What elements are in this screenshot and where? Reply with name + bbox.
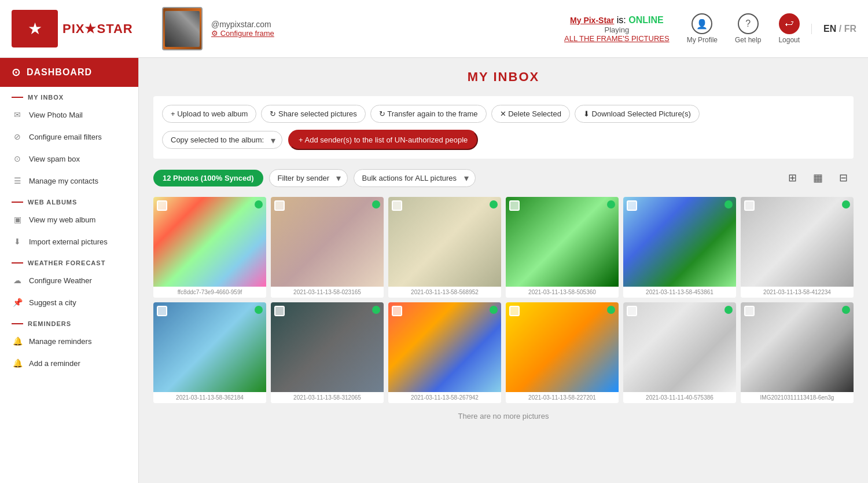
lang-en[interactable]: EN (823, 24, 836, 34)
photo-synced-dot (372, 306, 380, 314)
header-actions: 👤 My Profile ? Get help ⮐ Logout (687, 13, 811, 44)
get-help-label: Get help (735, 36, 761, 44)
photo-synced-dot (490, 200, 498, 208)
photo-label: 2021-03-11-13-58-312065 (271, 392, 384, 403)
photo-label: 2021-03-11-13-58-023165 (271, 287, 384, 298)
add-sender-button[interactable]: + Add sender(s) to the list of UN-author… (288, 130, 478, 150)
photo-checkbox[interactable] (744, 306, 755, 316)
photo-checkbox[interactable] (274, 306, 285, 316)
main-layout: ⊙ DASHBOARD MY INBOX ✉ View Photo Mail ⊘… (0, 58, 868, 483)
sidebar-item-configure-weather[interactable]: ☁ Configure Weather (0, 269, 138, 291)
delete-selected-button[interactable]: ✕ Delete Selected (491, 105, 570, 123)
filter-sender-select-wrapper[interactable]: Filter by sender (269, 169, 348, 187)
toolbar-row-2: Copy selected to the album: + Add sender… (162, 130, 845, 150)
photo-checkbox[interactable] (627, 200, 637, 211)
view-switcher: ⊞ ▦ ⊟ (782, 167, 854, 188)
configure-frame-link[interactable]: Configure frame (211, 29, 274, 38)
logout-button[interactable]: ⮐ Logout (778, 13, 800, 44)
grid-view-button[interactable]: ⊞ (782, 167, 803, 188)
logo-text-group: PIX★STAR (58, 21, 133, 36)
get-help-button[interactable]: ? Get help (735, 13, 761, 44)
more-photos-text: There are no more pictures (153, 412, 854, 420)
weather-icon: ☁ (12, 275, 23, 286)
photo-thumbnail (271, 302, 384, 392)
bulk-actions-select-wrapper[interactable]: Bulk actions for ALL pictures (354, 169, 476, 187)
sidebar-item-view-web-album[interactable]: ▣ View my web album (0, 208, 138, 230)
album-icon: ▣ (12, 214, 23, 225)
photo-checkbox[interactable] (392, 200, 402, 211)
photo-checkbox[interactable] (509, 200, 520, 211)
logo-star-icon: ★ (28, 19, 42, 38)
photo-thumbnail (506, 197, 619, 287)
photo-card[interactable]: 2021-03-11-11-40-575386 (623, 302, 736, 403)
photo-synced-dot (255, 306, 263, 314)
photo-checkbox[interactable] (274, 200, 285, 211)
copy-album-select-wrapper[interactable]: Copy selected to the album: (162, 131, 282, 149)
photo-checkbox[interactable] (157, 306, 167, 316)
view-web-album-label: View my web album (29, 215, 95, 224)
photo-card[interactable]: 2021-03-11-13-58-453861 (623, 197, 736, 298)
photo-label: 2021-03-11-13-58-453861 (623, 287, 736, 298)
photo-card[interactable]: 2021-03-11-13-58-267942 (388, 302, 501, 403)
photo-synced-dot (842, 306, 850, 314)
photo-thumbnail (741, 302, 854, 392)
sidebar-item-add-reminder[interactable]: 🔔 Add a reminder (0, 352, 138, 374)
import-pictures-label: Import external pictures (29, 237, 108, 246)
photo-card[interactable]: 2021-03-11-13-58-227201 (506, 302, 619, 403)
photo-label: 2021-03-11-13-58-505360 (506, 287, 619, 298)
sidebar-item-view-photo-mail[interactable]: ✉ View Photo Mail (0, 104, 138, 126)
header: ★ PIX★STAR @mypixstar.com Configure fram… (0, 0, 868, 58)
frame-playing-label: Playing (564, 25, 670, 34)
photo-card[interactable]: 2021-03-11-13-58-505360 (506, 197, 619, 298)
my-profile-button[interactable]: 👤 My Profile (687, 13, 718, 44)
frame-playing-link[interactable]: ALL THE FRAME'S PICTURES (564, 34, 670, 43)
sidebar-item-import-pictures[interactable]: ⬇ Import external pictures (0, 230, 138, 253)
photo-checkbox[interactable] (157, 200, 167, 211)
photo-thumbnail (506, 302, 619, 392)
sidebar-item-suggest-city[interactable]: 📌 Suggest a city (0, 291, 138, 313)
sidebar-section-my-inbox: MY INBOX ✉ View Photo Mail ⊘ Configure e… (0, 87, 138, 192)
photo-checkbox[interactable] (744, 200, 755, 211)
photo-card[interactable]: IMG20210311113418-6en3g (741, 302, 854, 403)
photo-card[interactable]: 2021-03-11-13-58-312065 (271, 302, 384, 403)
logout-label: Logout (778, 36, 800, 44)
sidebar-item-configure-email-filters[interactable]: ⊘ Configure email filters (0, 126, 138, 148)
sidebar-section-web-albums: WEB ALBUMS ▣ View my web album ⬇ Import … (0, 192, 138, 253)
photo-checkbox[interactable] (509, 306, 520, 316)
lang-fr[interactable]: FR (844, 24, 856, 34)
sidebar-section-title-weather: WEATHER FORECAST (12, 259, 127, 266)
filter-sender-select[interactable]: Filter by sender (269, 169, 348, 187)
sidebar-dashboard[interactable]: ⊙ DASHBOARD (0, 58, 138, 87)
photo-card[interactable]: 2021-03-11-13-58-412234 (741, 197, 854, 298)
main-content: MY INBOX + Upload to web album ↻ Share s… (139, 58, 868, 483)
photo-card[interactable]: 2021-03-11-13-58-023165 (271, 197, 384, 298)
transfer-frame-button[interactable]: ↻ Transfer again to the frame (370, 105, 487, 123)
photo-checkbox[interactable] (392, 306, 402, 316)
sidebar-item-view-spam-box[interactable]: ⊙ View spam box (0, 148, 138, 170)
bulk-actions-select[interactable]: Bulk actions for ALL pictures (354, 169, 476, 187)
frame-status-label[interactable]: My Pix-Star (570, 16, 614, 25)
share-pictures-button[interactable]: ↻ Share selected pictures (261, 105, 365, 123)
download-pictures-button[interactable]: ⬇ Download Selected Picture(s) (575, 105, 700, 123)
help-icon: ? (738, 13, 759, 34)
suggest-city-label: Suggest a city (29, 298, 76, 307)
upload-web-album-button[interactable]: + Upload to web album (162, 105, 256, 123)
photo-thumbnail (153, 302, 266, 392)
photo-card[interactable]: 2021-03-11-13-58-568952 (388, 197, 501, 298)
photo-label: 2021-03-11-13-58-227201 (506, 392, 619, 403)
frame-status-is: is: (617, 15, 628, 25)
city-icon: 📌 (12, 297, 23, 308)
photo-card[interactable]: 2021-03-11-13-58-362184 (153, 302, 266, 403)
sidebar-item-manage-contacts[interactable]: ☰ Manage my contacts (0, 170, 138, 192)
photo-mail-icon: ✉ (12, 109, 23, 120)
photo-card[interactable]: ffc8ddc7-73e9-4660-959f (153, 197, 266, 298)
sidebar-item-manage-reminders[interactable]: 🔔 Manage reminders (0, 330, 138, 352)
page-title: MY INBOX (153, 69, 854, 85)
photo-checkbox[interactable] (627, 306, 637, 316)
lang-separator-icon: / (839, 24, 844, 34)
slideshow-view-button[interactable]: ⊟ (833, 167, 854, 188)
list-view-button[interactable]: ▦ (807, 167, 828, 188)
photo-label: 2021-03-11-11-40-575386 (623, 392, 736, 403)
photos-grid: ffc8ddc7-73e9-4660-959f2021-03-11-13-58-… (153, 197, 854, 403)
copy-album-select[interactable]: Copy selected to the album: (162, 131, 282, 149)
